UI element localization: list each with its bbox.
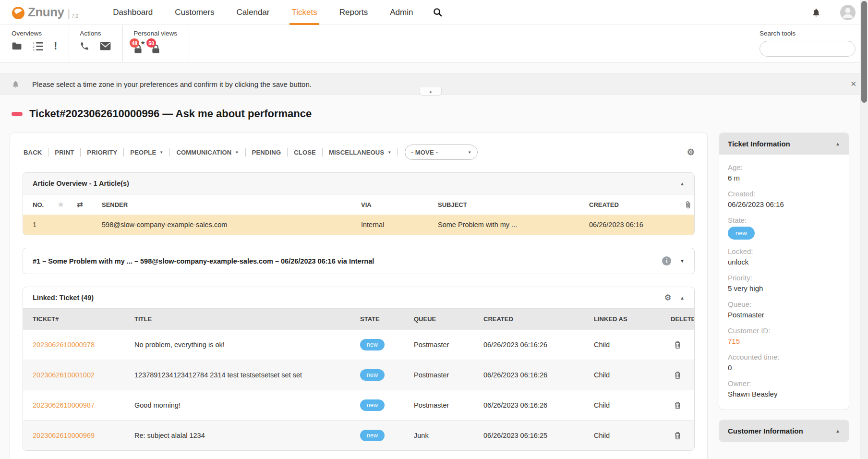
col-title[interactable]: TITLE — [134, 315, 360, 323]
ticket-title: Good morning! — [134, 401, 360, 409]
toolbar-group-overviews: Overviews 123 ! — [12, 25, 69, 62]
nav-item-calendar[interactable]: Calendar — [236, 0, 269, 24]
col-sender[interactable]: SENDER — [102, 201, 361, 208]
move-queue-select[interactable]: - MOVE - ▼ — [405, 145, 478, 160]
ticket-created: 06/26/2023 06:16:25 — [483, 432, 594, 439]
page-title: Ticket#2023062610000996 — Ask me about p… — [29, 108, 312, 120]
field-priority: Priority: 5 very high — [728, 274, 840, 292]
user-avatar[interactable] — [840, 5, 856, 20]
ticket-number-link[interactable]: 2023062610001002 — [33, 371, 134, 379]
linked-ticket-row: 2023062610000978 No problem, everything … — [23, 329, 694, 360]
escalation-view-icon[interactable]: ! — [54, 41, 57, 51]
people-menu-button[interactable]: PEOPLE ▼ — [124, 148, 170, 157]
notice-close-icon[interactable]: ✕ — [850, 80, 856, 88]
ticket-queue: Postmaster — [414, 341, 483, 349]
col-queue[interactable]: QUEUE — [414, 315, 483, 323]
search-tools-input[interactable] — [770, 45, 856, 53]
star-column-icon[interactable]: ★ — [58, 200, 77, 209]
toolbar-collapse-tab[interactable]: ▲ — [420, 87, 442, 96]
article-overview-header[interactable]: Article Overview - 1 Article(s) ▲ — [23, 173, 694, 194]
delete-trash-icon[interactable] — [674, 401, 681, 410]
field-accounted-time: Accounted time: 0 — [728, 353, 840, 372]
notifications-bell-icon[interactable] — [811, 7, 821, 18]
new-email-ticket-icon[interactable] — [100, 42, 111, 50]
collapse-up-icon[interactable]: ▲ — [680, 295, 685, 301]
nav-item-reports[interactable]: Reports — [339, 0, 368, 24]
customer-information-header[interactable]: Customer Information ▲ — [719, 420, 849, 442]
nav-item-dashboard[interactable]: Dashboard — [113, 0, 153, 24]
ticket-number-link[interactable]: 2023062610000987 — [33, 401, 134, 409]
status-view-list-icon[interactable]: 123 — [33, 41, 43, 51]
print-button[interactable]: PRINT — [48, 148, 81, 157]
article-row[interactable]: 1 598@slow-company-example-sales.com Int… — [23, 215, 694, 235]
customer-id-link[interactable]: 715 — [728, 337, 840, 345]
znuny-logo[interactable]: Znuny | 7.0 — [12, 5, 78, 20]
pending-button[interactable]: PENDING — [246, 148, 288, 157]
col-ticket-number[interactable]: TICKET# — [33, 315, 134, 323]
watched-tickets-count-badge[interactable]: 50 — [146, 38, 156, 48]
col-state[interactable]: STATE — [360, 315, 414, 323]
field-age: Age: 6 m — [728, 163, 840, 182]
col-delete: DELETE — [671, 315, 695, 323]
watched-tickets-icon[interactable]: 50 — [151, 44, 160, 54]
ticket-information-panel: Ticket Information ▲ Age: 6 m Created: 0… — [719, 133, 849, 410]
field-owner: Owner: Shawn Beasley — [728, 379, 840, 398]
new-phone-ticket-icon[interactable] — [80, 41, 89, 51]
field-locked: Locked: unlock — [728, 247, 840, 266]
article-subject: Some Problem with my ... — [438, 221, 589, 229]
col-via[interactable]: VIA — [361, 201, 438, 208]
nav-item-admin[interactable]: Admin — [390, 0, 413, 24]
priority-color-pill — [12, 112, 23, 116]
col-created[interactable]: CREATED — [483, 315, 594, 323]
search-tools-box[interactable] — [760, 41, 856, 57]
linked-ticket-row: 2023062610001002 1237891234123412784 231… — [23, 360, 694, 390]
sort-column-icon[interactable]: ⇄ — [77, 200, 102, 209]
linked-table-header: TICKET# TITLE STATE QUEUE CREATED LINKED… — [23, 309, 694, 329]
page-scrollbar[interactable] — [860, 0, 868, 459]
priority-button[interactable]: PRIORITY — [81, 148, 124, 157]
miscellaneous-menu-button[interactable]: MISCELLANEOUS ▼ — [323, 148, 398, 157]
ticket-information-header[interactable]: Ticket Information ▲ — [719, 133, 849, 155]
linked-settings-gear-icon[interactable]: ⚙ — [664, 294, 671, 302]
chevron-down-icon[interactable]: ▼ — [680, 258, 685, 264]
delete-trash-icon[interactable] — [674, 340, 681, 349]
svg-text:1: 1 — [33, 41, 35, 45]
col-created[interactable]: CREATED — [589, 201, 685, 208]
ticket-title: 1237891234123412784 2314 test testsetset… — [134, 371, 360, 379]
delete-trash-icon[interactable] — [674, 431, 681, 440]
back-button[interactable]: BACK — [23, 148, 48, 157]
locked-tickets-icon[interactable]: 48 ★ — [133, 44, 143, 54]
personal-views-label: Personal views — [133, 30, 177, 37]
search-icon[interactable] — [433, 8, 442, 17]
nav-item-tickets[interactable]: Tickets — [291, 0, 317, 24]
linked-tickets-title: Linked: Ticket (49) — [33, 294, 94, 302]
collapse-up-icon[interactable]: ▲ — [835, 141, 840, 146]
ticket-sidebar: Ticket Information ▲ Age: 6 m Created: 0… — [719, 133, 849, 442]
customer-information-panel: Customer Information ▲ — [719, 420, 849, 442]
scrollbar-thumb[interactable] — [861, 1, 867, 103]
nav-item-customers[interactable]: Customers — [175, 0, 214, 24]
article-created: 06/26/2023 06:16 — [589, 221, 685, 229]
ticket-created: 06/26/2023 06:16:26 — [483, 371, 594, 379]
queue-view-folder-icon[interactable] — [12, 42, 22, 50]
toolbar-group-actions: Actions — [80, 25, 123, 62]
attachment-paperclip-icon — [685, 201, 691, 209]
settings-gear-icon[interactable]: ⚙ — [687, 148, 695, 157]
ticket-information-title: Ticket Information — [728, 140, 790, 148]
linked-tickets-panel: Linked: Ticket (49) ⚙ ▲ TICKET# TITLE ST… — [23, 287, 695, 451]
state-badge: new — [360, 369, 385, 381]
locked-tickets-count-badge[interactable]: 48 — [130, 38, 139, 48]
communication-menu-button[interactable]: COMMUNICATION ▼ — [170, 148, 245, 157]
delete-trash-icon[interactable] — [674, 371, 681, 379]
col-linked-as[interactable]: LINKED AS — [594, 315, 671, 323]
col-subject[interactable]: SUBJECT — [438, 201, 589, 208]
col-no[interactable]: NO. — [33, 201, 58, 208]
collapse-up-icon[interactable]: ▲ — [680, 181, 685, 186]
close-ticket-button[interactable]: CLOSE — [288, 148, 323, 157]
linked-ticket-row: 2023062610000969 Re: subject alalal 1234… — [23, 420, 694, 450]
collapse-up-icon[interactable]: ▲ — [835, 428, 840, 434]
ticket-number-link[interactable]: 2023062610000978 — [33, 341, 134, 349]
article-info-icon[interactable]: i — [662, 256, 671, 266]
ticket-number-link[interactable]: 2023062610000969 — [33, 432, 134, 439]
linked-tickets-header[interactable]: Linked: Ticket (49) ⚙ ▲ — [23, 287, 694, 309]
